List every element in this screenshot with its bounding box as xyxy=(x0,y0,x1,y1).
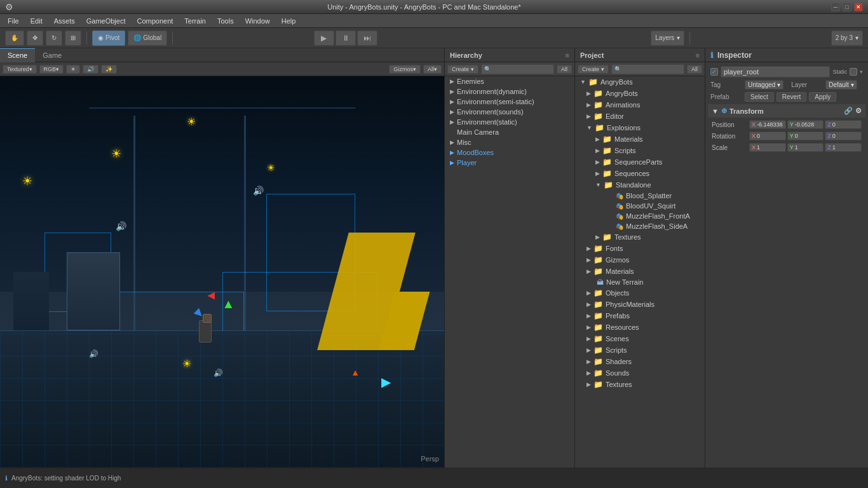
tag-dropdown[interactable]: Untagged ▾ xyxy=(745,80,783,90)
project-item-bloouduv[interactable]: 🎭 BloodUV_Squirt xyxy=(575,201,705,211)
hierarchy-item-misc[interactable]: ▶ Misc xyxy=(445,137,574,147)
hierarchy-item-env-dynamic[interactable]: ▶ Environment(dynamic) xyxy=(445,86,574,97)
play-button[interactable]: ▶ xyxy=(314,30,334,46)
scale-y-field[interactable]: Y 1 xyxy=(787,143,824,152)
fx-toggle[interactable]: ✨ xyxy=(101,65,117,74)
project-item-sequences[interactable]: ▶ 📁 Sequences xyxy=(575,168,705,179)
project-item-fonts[interactable]: ▶ 📁 Fonts xyxy=(575,243,705,254)
active-checkbox[interactable] xyxy=(710,68,718,76)
pivot-button[interactable]: ◉ Pivot xyxy=(92,30,125,46)
transform-section-header[interactable]: ▼ ⊕ Transform 🔗 ⚙ xyxy=(708,104,865,118)
project-item-prefabs[interactable]: ▶ 📁 Prefabs xyxy=(575,310,705,322)
project-item-materials-sub[interactable]: ▶ 📁 Materials xyxy=(575,133,705,145)
project-item-resources[interactable]: ▶ 📁 Resources xyxy=(575,322,705,333)
rotation-z-field[interactable]: Z 0 xyxy=(825,132,862,140)
minimize-button[interactable]: ─ xyxy=(831,3,840,11)
menu-edit[interactable]: Edit xyxy=(25,16,48,26)
layers-dropdown[interactable]: Layers ▾ xyxy=(651,30,684,46)
close-button[interactable]: ✕ xyxy=(854,3,863,11)
move-tool[interactable]: ✥ xyxy=(27,30,43,46)
menu-component[interactable]: Component xyxy=(132,16,178,26)
menu-tools[interactable]: Tools xyxy=(212,16,239,26)
step-button[interactable]: ⏭ xyxy=(357,30,377,46)
tab-scene[interactable]: Scene xyxy=(0,48,35,62)
revert-prefab-button[interactable]: Revert xyxy=(776,92,806,102)
menu-window[interactable]: Window xyxy=(240,16,275,26)
rotate-tool[interactable]: ↻ xyxy=(46,30,62,46)
static-checkbox[interactable] xyxy=(850,68,857,76)
project-item-gizmos[interactable]: ▶ 📁 Gizmos xyxy=(575,254,705,266)
project-item-blood-splatter[interactable]: 🎭 Blood_Splatter xyxy=(575,191,705,201)
rgb-dropdown[interactable]: RGB▾ xyxy=(39,65,64,74)
project-item-shaders[interactable]: ▶ 📁 Shaders xyxy=(575,356,705,367)
object-name-field[interactable]: player_root xyxy=(721,66,830,78)
project-item-scripts[interactable]: ▶ 📁 Scripts xyxy=(575,344,705,356)
project-create-button[interactable]: Create ▾ xyxy=(578,65,609,74)
project-item-scripts-sub[interactable]: ▶ 📁 Scripts xyxy=(575,145,705,156)
gizmos-button[interactable]: Gizmos▾ xyxy=(389,65,421,74)
layer-dropdown[interactable]: Default ▾ xyxy=(825,80,857,90)
hand-tool[interactable]: ✋ xyxy=(5,30,24,46)
menu-file[interactable]: File xyxy=(3,16,24,26)
position-y-field[interactable]: Y -0.0528 xyxy=(787,120,824,129)
project-item-textures[interactable]: ▶ 📁 Textures xyxy=(575,379,705,390)
project-item-muzzle-front[interactable]: 🎭 MuzzleFlash_FrontA xyxy=(575,211,705,221)
project-item-angrybots-root[interactable]: ▼ 📁 AngryBots xyxy=(575,76,705,88)
audio-toggle[interactable]: 🔊 xyxy=(83,65,98,74)
scene-viewport[interactable]: ☀ ☀ ☀ ☀ ☀ 🔊 🔊 🔊 🔊 ▲ ▲ xyxy=(0,76,444,468)
lighting-toggle[interactable]: ☀ xyxy=(66,65,80,74)
global-button[interactable]: 🌐 Global xyxy=(128,30,167,46)
project-item-animations[interactable]: ▶ 📁 Animations xyxy=(575,99,705,111)
position-z-field[interactable]: Z 0 xyxy=(825,120,862,129)
project-search[interactable]: 🔍 xyxy=(611,64,684,74)
project-item-materials[interactable]: ▶ 📁 Materials xyxy=(575,266,705,277)
hierarchy-item-enemies[interactable]: ▶ Enemies xyxy=(445,76,574,86)
project-item-objects[interactable]: ▶ 📁 Objects xyxy=(575,287,705,299)
project-item-sequenceparts[interactable]: ▶ 📁 SequenceParts xyxy=(575,156,705,168)
hierarchy-menu-icon[interactable]: ≡ xyxy=(566,51,569,59)
project-item-angrybots[interactable]: ▶ 📁 AngryBots xyxy=(575,88,705,99)
transform-settings-icon[interactable]: ⚙ xyxy=(855,107,862,115)
static-arrow[interactable]: ▾ xyxy=(860,69,863,75)
scale-z-field[interactable]: Z 1 xyxy=(825,143,862,152)
textured-dropdown[interactable]: Textured▾ xyxy=(3,65,37,74)
hierarchy-item-player[interactable]: ▶ Player xyxy=(445,158,574,168)
tab-game[interactable]: Game xyxy=(35,48,69,62)
project-item-physic-materials[interactable]: ▶ 📁 PhysicMaterials xyxy=(575,299,705,310)
project-item-new-terrain[interactable]: 🏔 New Terrain xyxy=(575,277,705,287)
menu-terrain[interactable]: Terrain xyxy=(179,16,211,26)
project-item-textures-sub[interactable]: ▶ 📁 Textures xyxy=(575,231,705,243)
rotation-y-field[interactable]: Y 0 xyxy=(787,132,824,140)
project-item-muzzle-side[interactable]: 🎭 MuzzleFlash_SideA xyxy=(575,221,705,231)
hierarchy-search[interactable]: 🔍 xyxy=(481,64,554,74)
all-button[interactable]: All▾ xyxy=(423,65,442,74)
layout-dropdown[interactable]: 2 by 3 ▾ xyxy=(831,30,863,46)
hierarchy-create-button[interactable]: Create ▾ xyxy=(447,65,478,74)
apply-prefab-button[interactable]: Apply xyxy=(809,92,836,102)
project-item-editor[interactable]: ▶ 📁 Editor xyxy=(575,111,705,122)
project-menu-icon[interactable]: ≡ xyxy=(696,51,700,59)
character xyxy=(196,314,215,358)
hierarchy-item-moodboxes[interactable]: ▶ MoodBoxes xyxy=(445,147,574,158)
scale-x-field[interactable]: X 1 xyxy=(749,143,786,152)
project-item-sounds[interactable]: ▶ 📁 Sounds xyxy=(575,367,705,379)
scale-tool[interactable]: ⊞ xyxy=(65,30,81,46)
pause-button[interactable]: ⏸ xyxy=(336,30,356,46)
select-prefab-button[interactable]: Select xyxy=(745,92,774,102)
menu-help[interactable]: Help xyxy=(276,16,301,26)
project-all-button[interactable]: All xyxy=(687,65,702,74)
menu-gameobject[interactable]: GameObject xyxy=(81,16,131,26)
hierarchy-item-main-camera[interactable]: ▶ Main Camera xyxy=(445,127,574,137)
position-x-field[interactable]: X -6.148338 xyxy=(749,120,786,129)
project-item-scenes[interactable]: ▶ 📁 Scenes xyxy=(575,333,705,344)
maximize-button[interactable]: □ xyxy=(843,3,851,11)
transform-link-icon[interactable]: 🔗 xyxy=(844,107,853,115)
hierarchy-item-env-sounds[interactable]: ▶ Environment(sounds) xyxy=(445,107,574,117)
hierarchy-item-env-static[interactable]: ▶ Environment(static) xyxy=(445,117,574,127)
menu-assets[interactable]: Assets xyxy=(49,16,80,26)
project-item-standalone[interactable]: ▼ 📁 Standalone xyxy=(575,179,705,191)
project-item-explosions[interactable]: ▼ 📁 Explosions xyxy=(575,122,705,133)
hierarchy-item-env-semi[interactable]: ▶ Environment(semi-static) xyxy=(445,97,574,107)
hierarchy-all-button[interactable]: All xyxy=(557,65,572,74)
rotation-x-field[interactable]: X 0 xyxy=(749,132,786,140)
